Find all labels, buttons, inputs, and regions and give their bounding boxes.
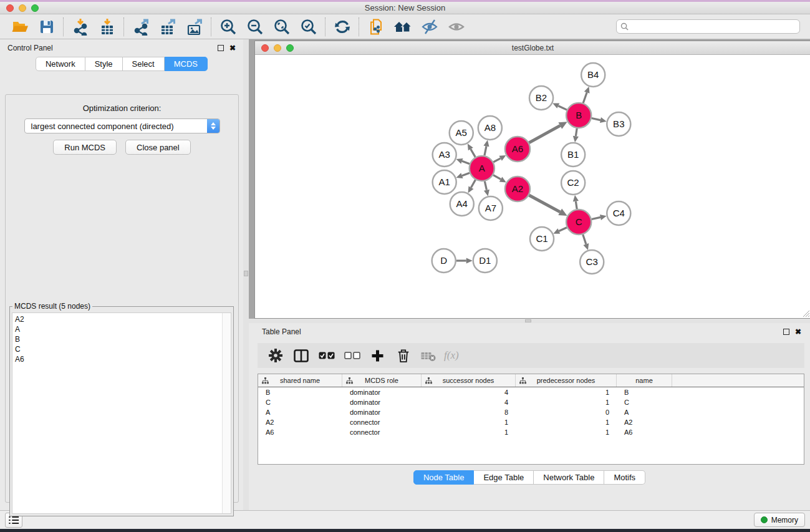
table-row[interactable]: A6connector11A6 — [258, 427, 804, 437]
table-row[interactable]: A2connector11A2 — [258, 417, 804, 427]
graph-node[interactable]: B1 — [561, 143, 585, 167]
unselect-all-columns-button[interactable] — [340, 345, 364, 366]
graph-edge[interactable] — [456, 158, 470, 164]
graph-node[interactable]: D1 — [473, 249, 497, 273]
tab-style[interactable]: Style — [85, 57, 123, 71]
close-panel-icon[interactable]: ✖ — [795, 329, 801, 335]
table-cell[interactable]: A2 — [617, 418, 672, 426]
table-row[interactable]: Adominator80A — [258, 407, 804, 417]
graph-node[interactable]: C2 — [561, 171, 585, 195]
graph-edge[interactable] — [573, 195, 579, 209]
table-cell[interactable]: dominator — [342, 399, 422, 406]
mcds-result-item[interactable]: A — [15, 324, 221, 334]
close-panel-button[interactable]: Close panel — [125, 140, 191, 155]
horizontal-splitter[interactable] — [249, 319, 810, 323]
graph-edge[interactable] — [592, 215, 607, 220]
run-mcds-button[interactable]: Run MCDS — [53, 140, 117, 155]
zoom-in-button[interactable] — [215, 16, 241, 38]
vertical-splitter[interactable] — [243, 39, 249, 510]
table-cell[interactable]: A6 — [617, 428, 672, 436]
mcds-result-item[interactable]: C — [15, 344, 221, 354]
table-cell[interactable]: dominator — [342, 389, 422, 396]
graph-edge[interactable] — [553, 228, 567, 234]
tab-node-table[interactable]: Node Table — [413, 470, 475, 485]
network-graph[interactable]: B4B2BB3A5A8A6B1A3AA1C2A2A4A7C4CC1C3DD1 — [255, 55, 810, 318]
column-header[interactable]: name — [617, 374, 672, 387]
graph-edge[interactable] — [483, 140, 489, 156]
select-all-columns-button[interactable] — [315, 345, 338, 366]
table-cell[interactable]: 1 — [516, 389, 617, 396]
graph-edge[interactable] — [529, 195, 567, 216]
tab-edge-table[interactable]: Edge Table — [474, 470, 534, 485]
graph-edge[interactable] — [456, 258, 473, 263]
search-input[interactable] — [631, 22, 796, 31]
node-table[interactable]: shared nameMCDS rolesuccessor nodesprede… — [258, 374, 804, 465]
graph-edge[interactable] — [592, 117, 607, 123]
tab-network-table[interactable]: Network Table — [534, 470, 604, 485]
open-session-button[interactable] — [6, 16, 33, 38]
tab-select[interactable]: Select — [123, 57, 165, 71]
delete-column-button[interactable] — [392, 345, 415, 366]
table-cell[interactable]: connector — [342, 428, 422, 436]
import-network-button[interactable] — [67, 16, 94, 38]
graph-edge[interactable] — [493, 175, 506, 183]
graph-edge[interactable] — [552, 103, 567, 110]
export-network-button[interactable] — [127, 16, 154, 38]
graph-edge[interactable] — [468, 180, 476, 193]
memory-button[interactable]: Memory — [754, 513, 805, 527]
graph-edge[interactable] — [493, 155, 506, 162]
refresh-view-button[interactable] — [329, 16, 355, 38]
table-cell[interactable]: A2 — [258, 418, 342, 426]
graph-node[interactable]: A2 — [505, 177, 530, 201]
graph-node[interactable]: A4 — [450, 192, 474, 216]
table-cell[interactable]: 1 — [516, 428, 617, 436]
column-header[interactable]: predecessor nodes — [516, 374, 617, 387]
table-cell[interactable]: 1 — [422, 428, 516, 436]
table-cell[interactable]: 4 — [422, 399, 516, 406]
splitter-grip[interactable] — [244, 271, 248, 276]
search-field[interactable] — [616, 19, 800, 34]
graph-node[interactable]: A5 — [450, 121, 473, 145]
create-column-button[interactable] — [366, 345, 389, 366]
close-panel-icon[interactable]: ✖ — [229, 45, 236, 51]
table-cell[interactable]: dominator — [342, 409, 422, 416]
mcds-result-item[interactable]: A2 — [15, 314, 221, 324]
table-cell[interactable]: C — [617, 399, 672, 406]
zoom-out-button[interactable] — [241, 16, 268, 38]
graph-node[interactable]: A8 — [478, 116, 502, 140]
table-cell[interactable]: B — [258, 389, 342, 396]
first-neighbors-button[interactable] — [389, 16, 416, 38]
table-cell[interactable]: 1 — [422, 418, 516, 426]
splitter-grip[interactable] — [525, 319, 531, 322]
graph-edge[interactable] — [573, 128, 579, 142]
export-image-button[interactable] — [181, 16, 208, 38]
tab-mcds[interactable]: MCDS — [165, 57, 208, 71]
graph-edge[interactable] — [468, 143, 475, 157]
import-table-button[interactable] — [94, 16, 120, 38]
resize-grip-icon[interactable] — [801, 309, 810, 317]
mcds-result-item[interactable]: B — [15, 334, 221, 344]
table-cell[interactable]: A — [617, 409, 672, 416]
graph-node[interactable]: A1 — [433, 170, 456, 194]
graph-node[interactable]: B3 — [607, 112, 630, 136]
table-row[interactable]: Cdominator41C — [258, 397, 804, 407]
clone-network-button[interactable] — [362, 16, 389, 38]
column-header[interactable]: shared name — [258, 374, 342, 387]
graph-node[interactable]: B2 — [529, 86, 553, 110]
graph-node[interactable]: B — [566, 103, 591, 128]
graph-node[interactable]: C1 — [530, 227, 554, 251]
graph-node[interactable]: B4 — [581, 63, 605, 87]
tab-network[interactable]: Network — [36, 57, 85, 71]
graph-node[interactable]: A7 — [479, 196, 503, 220]
zoom-selected-button[interactable] — [295, 16, 322, 38]
graph-edge[interactable] — [484, 181, 489, 196]
graph-node[interactable]: A — [470, 156, 494, 181]
table-cell[interactable]: 1 — [516, 399, 617, 406]
graph-node[interactable]: C3 — [580, 250, 604, 274]
table-cell[interactable]: 1 — [516, 418, 617, 426]
table-cell[interactable]: 0 — [516, 409, 617, 416]
function-builder-icon[interactable]: f(x) — [443, 349, 459, 362]
save-session-button[interactable] — [33, 16, 60, 38]
optimization-criterion-dropdown[interactable]: largest connected component (directed) — [24, 118, 220, 133]
column-header[interactable]: MCDS role — [342, 374, 422, 387]
